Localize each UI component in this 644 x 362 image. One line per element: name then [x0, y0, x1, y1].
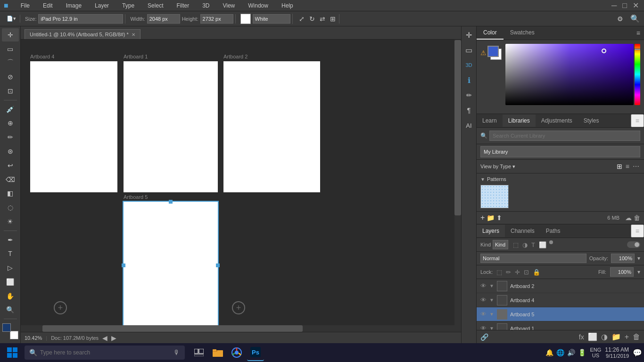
- language-indicator[interactable]: ENG US: [590, 347, 601, 358]
- menu-3d[interactable]: 3D: [199, 1, 212, 10]
- side-icon-info[interactable]: ℹ: [462, 74, 476, 87]
- filter-kind-select[interactable]: Kind: [493, 240, 508, 249]
- select-tool[interactable]: ▭: [2, 42, 19, 56]
- gradient-tool[interactable]: ◧: [2, 187, 19, 200]
- lock-transparent-icon[interactable]: ⬚: [496, 269, 502, 276]
- filter-dot-icon[interactable]: [549, 240, 553, 244]
- canvas-tab[interactable]: Untitled-1 @ 10.4% (Artboard 5, RGB/8#) …: [25, 29, 140, 39]
- list-view-button[interactable]: ≡: [625, 162, 630, 171]
- grid-view-button[interactable]: ⊞: [616, 162, 623, 171]
- settings-button[interactable]: ⚙: [614, 14, 626, 24]
- blur-tool[interactable]: ◌: [2, 201, 19, 214]
- pen-tool[interactable]: ✒: [2, 233, 19, 247]
- add-artboard-left[interactable]: +: [54, 301, 67, 314]
- text-tool[interactable]: T: [2, 247, 19, 260]
- layer-artboard-5[interactable]: 👁 ▼ Artboard 5: [477, 307, 644, 321]
- taskbar-file-explorer[interactable]: [209, 344, 226, 361]
- action-center-button[interactable]: 💬: [633, 348, 642, 357]
- color-swatch-container[interactable]: [487, 46, 502, 60]
- color-swatches[interactable]: [2, 323, 18, 339]
- filter-adjust-icon[interactable]: ◑: [521, 240, 528, 249]
- color-panel-menu[interactable]: ≡: [633, 26, 644, 40]
- artboard-1[interactable]: [124, 61, 218, 192]
- layer-folder-button[interactable]: 📁: [611, 332, 621, 341]
- width-input[interactable]: [147, 14, 180, 24]
- lib-delete-button[interactable]: 🗑: [634, 214, 640, 222]
- taskbar-search-input[interactable]: [40, 349, 171, 356]
- lib-folder-button[interactable]: 📁: [487, 214, 495, 222]
- blend-mode-select[interactable]: Normal: [480, 254, 586, 263]
- height-input[interactable]: [200, 14, 233, 24]
- tab-libraries[interactable]: Libraries: [503, 115, 536, 127]
- layer-expand-5-icon[interactable]: ▼: [489, 312, 494, 317]
- bg-color-select[interactable]: White: [253, 14, 290, 24]
- lock-all-icon[interactable]: 🔒: [533, 269, 540, 276]
- layer-expand-4-icon[interactable]: ▼: [489, 297, 494, 303]
- bg-color-swatch[interactable]: [240, 14, 251, 24]
- artboard-5[interactable]: [124, 202, 218, 329]
- filter-toggle-switch[interactable]: [627, 241, 640, 248]
- start-button[interactable]: [2, 344, 23, 361]
- lasso-tool[interactable]: ⌒: [2, 57, 19, 70]
- layer-vis-5-icon[interactable]: 👁: [480, 311, 487, 318]
- search-button[interactable]: 🔍: [629, 13, 641, 24]
- align-button[interactable]: ⊞: [329, 14, 337, 24]
- layer-vis-1-icon[interactable]: 👁: [480, 325, 487, 330]
- notification-icon[interactable]: 🔔: [545, 349, 553, 356]
- lock-brush-icon[interactable]: ✏: [506, 269, 511, 276]
- layer-delete-button[interactable]: 🗑: [633, 333, 640, 341]
- quick-select-tool[interactable]: ⊘: [2, 70, 19, 83]
- view-by-type-button[interactable]: View by Type ▾: [480, 164, 515, 170]
- fill-arrow-icon[interactable]: ▾: [637, 269, 640, 275]
- layer-artboard-4[interactable]: 👁 ▼ Artboard 4: [477, 293, 644, 307]
- layer-vis-4-icon[interactable]: 👁: [480, 296, 487, 304]
- menu-help[interactable]: Help: [279, 1, 296, 10]
- move-tool[interactable]: ✛: [2, 28, 19, 41]
- shape-tool[interactable]: ⬜: [2, 275, 19, 288]
- vertical-scrollbar[interactable]: [454, 40, 461, 332]
- lib-add-button[interactable]: +: [480, 214, 485, 222]
- hand-tool[interactable]: ✋: [2, 289, 19, 303]
- new-doc-button[interactable]: 📄▾: [5, 15, 18, 23]
- hue-cursor[interactable]: [634, 49, 641, 50]
- artboard-4[interactable]: [30, 61, 117, 192]
- maximize-button[interactable]: □: [621, 0, 628, 11]
- taskbar-mic-icon[interactable]: 🎙: [173, 349, 180, 356]
- dodge-tool[interactable]: ☀: [2, 215, 19, 228]
- layer-adjust-button[interactable]: ◑: [601, 332, 608, 341]
- canvas-content[interactable]: Artboard 4 Artboard 1 Artboard 2 Artboar…: [21, 40, 461, 332]
- libraries-options-button[interactable]: ≡: [631, 114, 644, 127]
- transform-button[interactable]: ⤢: [297, 14, 306, 24]
- menu-type[interactable]: Type: [119, 1, 137, 10]
- close-button[interactable]: ✕: [631, 0, 640, 11]
- taskbar-photoshop[interactable]: Ps: [247, 344, 264, 361]
- handle-mid-right[interactable]: [216, 263, 220, 267]
- menu-file[interactable]: File: [18, 1, 33, 10]
- tab-paths[interactable]: Paths: [540, 225, 566, 237]
- layer-link-button[interactable]: 🔗: [480, 333, 488, 341]
- lib-search-input[interactable]: [489, 131, 640, 141]
- tab-swatches[interactable]: Swatches: [504, 26, 541, 40]
- horizontal-scrollbar-thumb[interactable]: [42, 325, 303, 332]
- horizontal-scrollbar[interactable]: [21, 325, 454, 332]
- taskbar-search-bar[interactable]: 🔍 🎙: [25, 346, 185, 360]
- patterns-collapse-arrow[interactable]: ▼: [480, 177, 485, 182]
- tab-close-button[interactable]: ✕: [132, 32, 135, 37]
- nav-next[interactable]: ▶: [111, 334, 116, 342]
- side-icon-ai[interactable]: AI: [462, 119, 476, 132]
- handle-top-mid[interactable]: [169, 200, 173, 204]
- tab-styles[interactable]: Styles: [578, 115, 605, 127]
- fg-swatch[interactable]: [487, 46, 499, 57]
- eraser-tool[interactable]: ⌫: [2, 173, 19, 186]
- filter-type-icon[interactable]: T: [530, 240, 536, 249]
- tab-learn[interactable]: Learn: [477, 115, 503, 127]
- layers-options-button[interactable]: ≡: [631, 224, 644, 238]
- hue-bar[interactable]: [635, 44, 640, 105]
- add-artboard-right[interactable]: +: [232, 301, 245, 314]
- lock-move-icon[interactable]: ✛: [515, 269, 520, 276]
- layer-mask-button[interactable]: ⬜: [588, 332, 597, 341]
- vertical-scrollbar-thumb[interactable]: [454, 40, 461, 215]
- artboard-2[interactable]: [223, 61, 320, 192]
- side-icon-3d[interactable]: 3D: [462, 58, 476, 72]
- opacity-arrow-icon[interactable]: ▾: [637, 255, 640, 262]
